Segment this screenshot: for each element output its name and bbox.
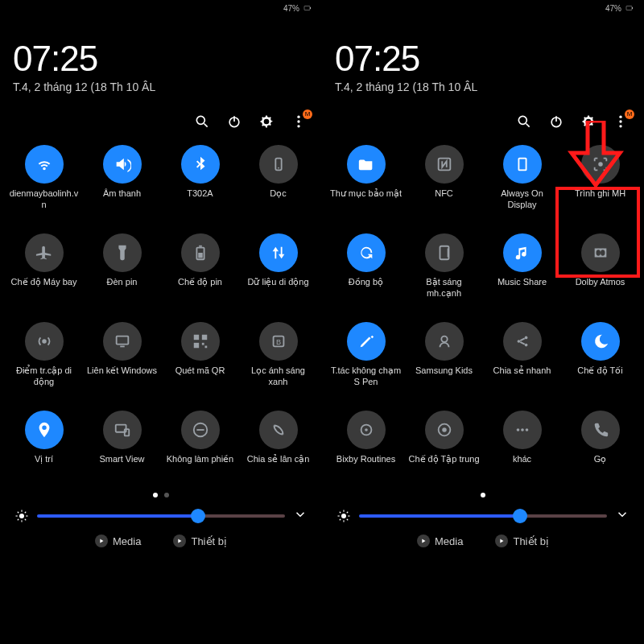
qs-tile-dnd[interactable]: Không làm phiền [161, 411, 239, 491]
svg-point-60 [524, 344, 527, 347]
music-share-icon[interactable] [503, 233, 542, 272]
qs-tile-sound[interactable]: Âm thanh [83, 145, 161, 225]
secure-folder-icon[interactable] [347, 145, 386, 184]
qs-tile-qr[interactable]: Quét mã QR [161, 322, 239, 402]
qs-tile-smartview[interactable]: Smart View [83, 411, 161, 491]
aod-icon[interactable] [503, 145, 542, 184]
sync-icon[interactable] [347, 233, 386, 272]
brightness-slider[interactable] [37, 514, 285, 518]
power-icon[interactable] [225, 113, 243, 130]
location-icon[interactable] [25, 411, 64, 449]
call-icon[interactable] [581, 411, 620, 449]
qs-tile-windows[interactable]: Liên kết Windows [83, 322, 161, 402]
dnd-icon[interactable] [181, 411, 220, 449]
bottom-tab-thiết bị[interactable]: Thiết bị [495, 535, 549, 547]
hotspot-icon[interactable] [25, 322, 64, 361]
svg-line-34 [25, 519, 27, 521]
screen-record-icon[interactable] [581, 145, 620, 184]
page-dot[interactable] [164, 493, 169, 497]
svg-point-57 [441, 336, 447, 342]
edge-icon[interactable] [425, 233, 464, 272]
nfc-icon[interactable] [425, 145, 464, 184]
qs-tile-nearby[interactable]: Chia sẻ lân cận [239, 411, 317, 491]
qs-tile-airplane[interactable]: Chế độ Máy bay [5, 233, 83, 314]
bixby-icon[interactable] [347, 411, 386, 449]
brightness-expand-icon[interactable] [615, 507, 630, 525]
kids-icon[interactable] [425, 322, 464, 361]
dolby-icon[interactable] [581, 233, 620, 272]
bottom-tab-media[interactable]: Media [417, 535, 463, 547]
qs-tile-other[interactable]: khác [483, 411, 561, 491]
qs-tile-edge[interactable]: Bật sáng mh.cạnh [405, 233, 483, 314]
data-icon[interactable] [259, 233, 298, 272]
qs-tile-data[interactable]: Dữ liệu di động [239, 233, 317, 314]
more-badge: M [303, 109, 312, 119]
rotate-icon[interactable] [259, 145, 298, 184]
flashlight-icon[interactable] [103, 233, 142, 272]
svg-line-36 [25, 512, 27, 514]
windows-icon[interactable] [103, 322, 142, 361]
bluelight-icon[interactable]: B [259, 322, 298, 361]
page-dot[interactable] [481, 493, 485, 497]
darkmode-icon[interactable] [581, 322, 620, 361]
spen-icon[interactable] [347, 322, 386, 361]
qs-tile-flashlight[interactable]: Đèn pin [83, 233, 161, 314]
brightness-row [322, 502, 644, 530]
qs-tile-sync[interactable]: Đồng bộ [327, 233, 405, 314]
tile-label: Quét mã QR [175, 365, 225, 377]
bottom-tab-media[interactable]: Media [95, 535, 141, 547]
bottom-tabs: MediaThiết bị [322, 530, 644, 552]
qs-tile-music-share[interactable]: Music Share [483, 233, 561, 314]
svg-rect-21 [204, 346, 207, 349]
settings-gear-icon[interactable] [258, 113, 275, 130]
svg-point-58 [517, 340, 520, 343]
qs-tile-dolby[interactable]: Dolby Atmos [561, 233, 639, 314]
qs-tile-bluelight[interactable]: BLọc ánh sáng xanh [239, 322, 317, 402]
power-icon[interactable] [547, 113, 565, 130]
page-dot[interactable] [153, 493, 158, 497]
qs-tile-bixby[interactable]: Bixby Routines [327, 411, 405, 491]
svg-rect-17 [193, 335, 198, 340]
qs-tile-kids[interactable]: Samsung Kids [405, 322, 483, 402]
clock-time: 07:25 [335, 39, 631, 79]
tile-label: khác [513, 454, 531, 465]
qs-tile-nfc[interactable]: NFC [405, 145, 483, 225]
sound-icon[interactable] [103, 145, 142, 184]
airplane-icon[interactable] [25, 233, 64, 272]
qs-tile-hotspot[interactable]: Điểm tr.cập di động [5, 322, 83, 402]
other-icon[interactable] [503, 411, 542, 449]
qs-tile-screen-record[interactable]: Trình ghi MH [561, 145, 639, 225]
qr-icon[interactable] [181, 322, 220, 361]
qs-tile-quickshare[interactable]: Chia sẻ nhanh [483, 322, 561, 402]
brightness-expand-icon[interactable] [293, 507, 308, 525]
qs-tile-aod[interactable]: Always On Display [483, 145, 561, 225]
bluetooth-icon[interactable] [181, 145, 220, 184]
search-icon[interactable] [515, 113, 533, 130]
tile-label: Chia sẻ lân cận [247, 454, 310, 465]
focus-icon[interactable] [425, 411, 464, 449]
bottom-tab-thiết bị[interactable]: Thiết bị [173, 535, 227, 547]
tile-label: Chế độ pin [178, 277, 222, 288]
wifi-icon[interactable] [25, 145, 64, 184]
qs-tile-rotate[interactable]: Dọc [239, 145, 317, 225]
qs-tile-focus[interactable]: Chế độ Tập trung [405, 411, 483, 491]
tile-label: Không làm phiền [167, 454, 233, 465]
brightness-slider[interactable] [359, 514, 607, 518]
svg-line-42 [526, 124, 530, 127]
quickshare-icon[interactable] [503, 322, 542, 361]
battery-icon[interactable] [181, 233, 220, 272]
qs-tile-secure-folder[interactable]: Thư mục bảo mật [327, 145, 405, 225]
more-icon[interactable]: M [290, 113, 308, 130]
nearby-icon[interactable] [259, 411, 298, 449]
qs-tile-wifi[interactable]: dienmaybaolinh.vn [5, 145, 83, 225]
qs-tile-darkmode[interactable]: Chế độ Tối [561, 322, 639, 402]
qs-tile-bluetooth[interactable]: T302A [161, 145, 239, 225]
more-icon[interactable]: M [612, 113, 630, 130]
qs-tile-spen[interactable]: T.tác không chạm S Pen [327, 322, 405, 402]
qs-tile-call[interactable]: Gọ [561, 411, 639, 491]
smartview-icon[interactable] [103, 411, 142, 449]
qs-tile-battery[interactable]: Chế độ pin [161, 233, 239, 314]
qs-tile-location[interactable]: Vị trí [5, 411, 83, 491]
settings-gear-icon[interactable] [580, 113, 597, 130]
search-icon[interactable] [193, 113, 211, 130]
